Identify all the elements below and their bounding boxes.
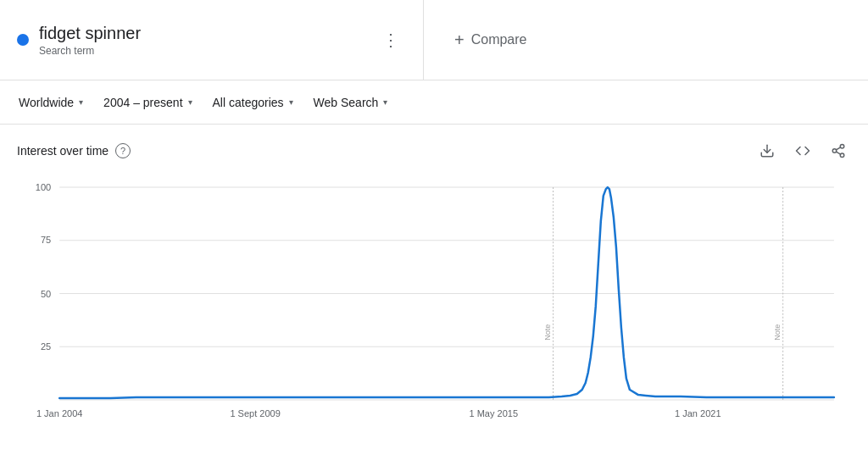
header: fidget spinner Search term ⋮ + Compare <box>0 0 868 80</box>
svg-text:100: 100 <box>36 182 51 192</box>
svg-text:25: 25 <box>41 341 51 352</box>
share-button[interactable] <box>826 138 851 163</box>
region-chevron-icon: ▾ <box>79 97 83 107</box>
chart-title-text: Interest over time <box>17 144 108 158</box>
compare-button[interactable]: + Compare <box>444 24 537 57</box>
time-range-label: 2004 – present <box>103 96 182 109</box>
blue-dot-indicator <box>17 34 29 46</box>
category-chevron-icon: ▾ <box>289 97 293 107</box>
svg-text:1 Sept 2009: 1 Sept 2009 <box>230 408 281 418</box>
time-range-chevron-icon: ▾ <box>188 97 192 107</box>
embed-button[interactable] <box>790 138 815 163</box>
trend-chart: 100 75 50 25 Note Note 1 Jan 2004 1 Sept… <box>17 170 851 442</box>
region-filter-button[interactable]: Worldwide ▾ <box>10 91 92 114</box>
embed-icon <box>795 143 810 158</box>
download-icon <box>760 143 775 158</box>
share-icon <box>831 143 846 158</box>
svg-text:1 Jan 2004: 1 Jan 2004 <box>36 408 83 418</box>
search-term-title: fidget spinner <box>39 24 141 43</box>
time-range-filter-button[interactable]: 2004 – present ▾ <box>95 91 200 114</box>
svg-text:75: 75 <box>41 235 51 245</box>
category-filter-button[interactable]: All categories ▾ <box>204 91 302 114</box>
search-type-filter-button[interactable]: Web Search ▾ <box>305 91 397 114</box>
search-term-box: fidget spinner Search term ⋮ <box>0 0 424 80</box>
search-term-text: fidget spinner Search term <box>39 24 141 57</box>
trend-line <box>59 187 834 398</box>
search-type-chevron-icon: ▾ <box>383 97 387 107</box>
chart-actions <box>754 138 851 163</box>
svg-line-4 <box>836 152 840 154</box>
svg-text:Note: Note <box>543 324 552 341</box>
chart-title-area: Interest over time ? <box>17 143 131 158</box>
category-label: All categories <box>213 96 284 109</box>
compare-label: Compare <box>471 32 527 47</box>
filter-bar: Worldwide ▾ 2004 – present ▾ All categor… <box>0 80 868 125</box>
plus-icon: + <box>454 30 465 50</box>
region-label: Worldwide <box>19 96 74 109</box>
main-content: Interest over time ? <box>0 125 868 442</box>
svg-line-5 <box>836 147 840 150</box>
search-term-left: fidget spinner Search term <box>17 24 141 57</box>
chart-container: 100 75 50 25 Note Note 1 Jan 2004 1 Sept… <box>0 170 868 442</box>
search-term-subtitle: Search term <box>39 45 94 57</box>
download-button[interactable] <box>754 138 780 163</box>
svg-text:1 May 2015: 1 May 2015 <box>469 408 518 418</box>
help-icon[interactable]: ? <box>115 143 131 158</box>
svg-text:Note: Note <box>773 324 782 341</box>
svg-text:1 Jan 2021: 1 Jan 2021 <box>675 408 721 418</box>
svg-text:50: 50 <box>41 289 51 299</box>
chart-header: Interest over time ? <box>0 125 868 170</box>
search-type-label: Web Search <box>314 96 379 109</box>
compare-box: + Compare <box>424 0 868 80</box>
three-dot-icon: ⋮ <box>382 30 399 50</box>
three-dot-menu-button[interactable]: ⋮ <box>376 23 406 57</box>
